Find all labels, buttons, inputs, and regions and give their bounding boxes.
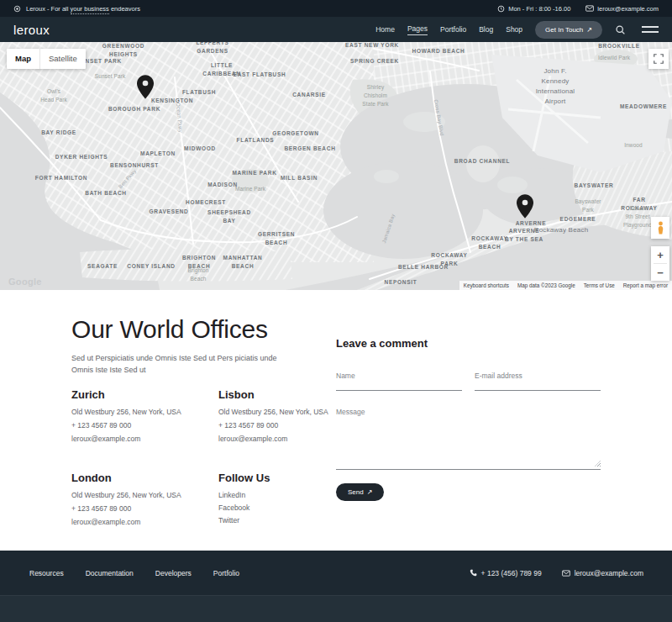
office-london: London Old Westbury 256, New York, USA +…: [71, 472, 218, 532]
nav-item-portfolio[interactable]: Portfolio: [440, 25, 466, 34]
clock-icon: [497, 5, 505, 13]
arrow-up-right-icon: ↗: [586, 26, 592, 34]
footer-link-portfolio[interactable]: Portfolio: [213, 569, 239, 577]
footer-link-documentation[interactable]: Documentation: [86, 569, 134, 577]
zoom-out-button[interactable]: −: [651, 264, 669, 281]
report-map-error-link[interactable]: Report a map error: [623, 282, 668, 288]
office-phone[interactable]: + 123 4567 89 000: [71, 422, 218, 430]
topbar: Leroux - For all your business endeavors…: [0, 0, 672, 17]
footer-links: Resources Documentation Developers Portf…: [29, 569, 239, 577]
message-textarea[interactable]: [336, 406, 601, 470]
map-type-satellite-button[interactable]: Satellite: [40, 49, 86, 69]
office-city: Zurich: [71, 388, 218, 401]
office-address: Old Westbury 256, New York, USA: [71, 409, 218, 416]
map-pin-borough-park[interactable]: [137, 75, 154, 103]
offices-grid: Zurich Old Westbury 256, New York, USA +…: [71, 388, 336, 532]
name-input[interactable]: [336, 372, 462, 391]
phone-icon: [470, 569, 477, 577]
map-canvas: [0, 42, 672, 290]
form-title: Leave a comment: [336, 337, 601, 350]
office-email[interactable]: leroux@example.com: [71, 435, 218, 443]
logo[interactable]: leroux: [13, 23, 50, 37]
office-city: London: [71, 472, 218, 484]
footer-phone[interactable]: + 123 (456) 789 99: [470, 569, 542, 577]
topbar-email-text[interactable]: leroux@example.com: [597, 5, 659, 13]
pegman-icon: [656, 221, 665, 235]
arrow-up-right-icon: ↗: [367, 488, 373, 496]
comment-form: Leave a comment Send↗: [336, 290, 601, 532]
footer-email[interactable]: leroux@example.com: [562, 569, 643, 577]
topbar-email[interactable]: leroux@example.com: [585, 5, 659, 13]
map[interactable]: GREENWOOD HEIGHTSSUNSET PARKLEFFERTS GAR…: [0, 42, 672, 290]
topbar-tagline: Leroux - For all your business endeavors: [26, 5, 140, 13]
message-field-wrap: [336, 406, 601, 470]
nav-item-blog[interactable]: Blog: [479, 25, 493, 34]
nav-item-shop[interactable]: Shop: [506, 25, 522, 34]
google-logo: Google: [8, 277, 42, 287]
page-subtitle: Sed ut Perspiciatis unde Omnis Iste Sed …: [71, 352, 286, 376]
get-in-touch-button[interactable]: Get In Touch↗: [535, 21, 602, 39]
fullscreen-button[interactable]: [648, 49, 669, 69]
footer-link-developers[interactable]: Developers: [155, 569, 192, 577]
fullscreen-icon: [654, 54, 664, 64]
topbar-hours-text: Mon - Fri : 8:00 -16.00: [508, 5, 570, 13]
topbar-tagline-underlined: your business: [71, 5, 109, 14]
navbar: leroux Home Pages Portfolio Blog Shop Ge…: [0, 17, 672, 42]
menu-icon[interactable]: [642, 26, 659, 32]
footer: Resources Documentation Developers Portf…: [0, 551, 672, 622]
page-title: Our World Offices: [71, 315, 336, 344]
map-pin-arverne[interactable]: [517, 194, 533, 222]
office-address: Old Westbury 256, New York, USA: [71, 492, 218, 499]
terms-of-use-link[interactable]: Terms of Use: [584, 282, 615, 288]
keyboard-shortcuts-link[interactable]: Keyboard shortcuts: [464, 282, 509, 288]
footer-sub-bar: [0, 595, 672, 622]
map-type-map-button[interactable]: Map: [7, 49, 39, 69]
zoom-in-button[interactable]: +: [651, 246, 669, 263]
map-attribution: Keyboard shortcuts Map data ©2023 Google…: [459, 281, 672, 290]
offices-section: Our World Offices Sed ut Perspiciatis un…: [0, 290, 672, 532]
footer-email-text[interactable]: leroux@example.com: [575, 569, 643, 577]
envelope-icon: [562, 570, 570, 577]
map-data-label: Map data ©2023 Google: [517, 282, 575, 288]
map-type-control: Map Satellite: [7, 49, 86, 69]
pegman-control[interactable]: [651, 217, 669, 239]
topbar-brand: Leroux - For all your business endeavors: [13, 5, 140, 13]
send-button[interactable]: Send↗: [336, 483, 384, 501]
brand-dot-icon: [13, 5, 21, 13]
nav-item-home[interactable]: Home: [375, 25, 395, 34]
footer-phone-text[interactable]: + 123 (456) 789 99: [481, 569, 542, 577]
office-phone[interactable]: + 123 4567 89 000: [71, 505, 218, 513]
office-email[interactable]: leroux@example.com: [71, 519, 218, 526]
search-icon[interactable]: [615, 24, 626, 35]
topbar-hours: Mon - Fri : 8:00 -16.00: [497, 5, 570, 13]
email-input[interactable]: [475, 372, 601, 391]
office-zurich: Zurich Old Westbury 256, New York, USA +…: [71, 388, 218, 449]
envelope-icon: [585, 5, 594, 12]
nav-item-pages[interactable]: Pages: [407, 24, 428, 35]
footer-link-resources[interactable]: Resources: [29, 569, 64, 577]
zoom-control: + −: [651, 246, 669, 281]
